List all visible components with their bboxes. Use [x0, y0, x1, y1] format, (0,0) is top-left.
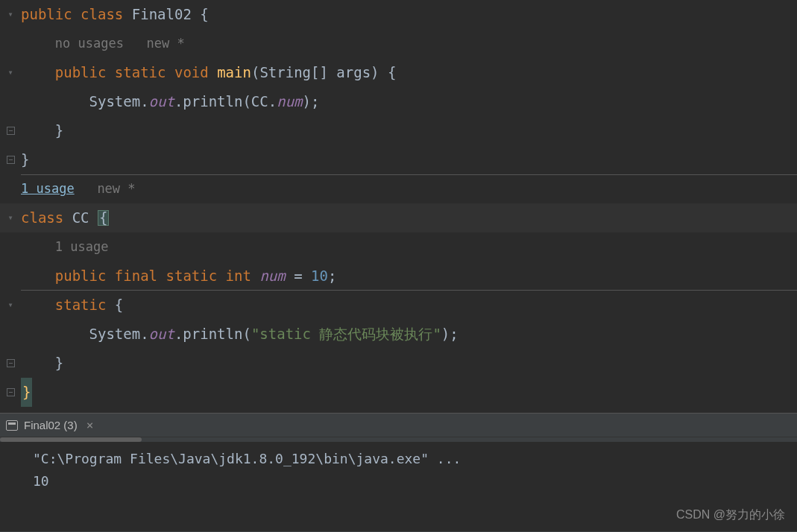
brace: }	[55, 116, 63, 145]
field-ref: out	[149, 320, 174, 349]
code-text: .println(CC.	[174, 87, 277, 116]
code-line[interactable]: ▾ public class Final02 {	[0, 0, 797, 29]
code-line[interactable]: System.out.println("static 静态代码块被执行");	[0, 320, 797, 349]
console-line: "C:\Program Files\Java\jdk1.8.0_192\bin\…	[33, 448, 797, 470]
fold-down-icon[interactable]: ▾	[7, 0, 13, 29]
field-ref: out	[149, 87, 174, 116]
fold-down-icon[interactable]: ▾	[7, 203, 13, 232]
code-line[interactable]: ▾ public static void main(String[] args)…	[0, 58, 797, 87]
field-ref: num	[277, 87, 302, 116]
code-text: System.	[89, 87, 149, 116]
gutter-fold[interactable]: ▾	[0, 58, 21, 87]
keyword: class	[81, 0, 123, 29]
keyword: public	[55, 58, 107, 87]
code-text: ;	[328, 262, 336, 291]
new-hint: new *	[97, 174, 135, 203]
window-icon	[6, 420, 18, 431]
keyword: static	[166, 262, 218, 291]
keyword: final	[115, 262, 157, 291]
code-line-active[interactable]: ▾ class CC {	[0, 203, 797, 232]
method-name: main	[217, 58, 251, 87]
gutter-fold[interactable]: ▾	[0, 0, 21, 29]
usages-hint: 1 usage	[55, 232, 109, 262]
brace-match: }	[21, 378, 32, 407]
gutter-fold[interactable]	[0, 388, 21, 396]
hint-line: 1 usage	[0, 232, 797, 262]
number-literal: 10	[311, 262, 328, 291]
code-text: .println(	[174, 320, 251, 349]
run-tab-label[interactable]: Final02 (3)	[24, 419, 78, 431]
fold-down-icon[interactable]: ▾	[7, 58, 13, 87]
hint-line: no usages new *	[0, 29, 797, 58]
run-tab-bar: Final02 (3) ×	[0, 414, 797, 437]
hint-line: 1 usage new *	[0, 174, 797, 203]
fold-up-icon[interactable]	[7, 359, 15, 367]
gutter-fold[interactable]	[0, 156, 21, 164]
code-text: );	[441, 320, 459, 349]
separator	[21, 174, 797, 175]
code-text: );	[303, 87, 320, 116]
code-line[interactable]: }	[0, 349, 797, 378]
brace: }	[21, 145, 29, 174]
close-icon[interactable]: ×	[86, 418, 94, 432]
code-line[interactable]: }	[0, 378, 797, 407]
fold-up-icon[interactable]	[7, 388, 15, 396]
class-name: CC	[72, 203, 89, 232]
brace: {	[192, 0, 209, 29]
gutter-fold[interactable]: ▾	[0, 203, 21, 232]
keyword: public	[55, 262, 107, 291]
code-line[interactable]: public final static int num = 10;	[0, 262, 797, 291]
keyword: static	[55, 291, 107, 320]
code-editor[interactable]: ▾ public class Final02 { no usages new *…	[0, 0, 797, 413]
fold-up-icon[interactable]	[7, 127, 15, 135]
code-line[interactable]: ▾ static {	[0, 291, 797, 320]
string-literal: "static 静态代码块被执行"	[251, 320, 441, 349]
gutter-fold[interactable]	[0, 127, 21, 135]
fold-up-icon[interactable]	[7, 156, 15, 164]
scroll-track[interactable]	[0, 437, 797, 442]
keyword: void	[174, 58, 209, 87]
keyword: static	[115, 58, 166, 87]
gutter-fold[interactable]	[0, 359, 21, 367]
keyword: public	[21, 0, 72, 29]
brace-cursor: {	[98, 210, 109, 226]
code-text: System.	[89, 320, 149, 349]
new-hint: new *	[147, 29, 185, 58]
code-line[interactable]: System.out.println(CC.num);	[0, 87, 797, 116]
code-text: =	[286, 262, 311, 291]
console-line: 10	[33, 470, 797, 493]
class-name: Final02	[132, 0, 192, 29]
gutter-fold[interactable]: ▾	[0, 291, 21, 320]
usages-link[interactable]: 1 usage	[21, 174, 75, 203]
usages-hint: no usages	[55, 29, 124, 58]
keyword: class	[21, 203, 63, 232]
brace: {	[106, 291, 123, 320]
brace: }	[55, 349, 63, 378]
field-name: num	[259, 262, 285, 291]
code-line[interactable]: }	[0, 116, 797, 145]
keyword: int	[226, 262, 251, 291]
watermark: CSDN @努力的小徐	[676, 507, 785, 523]
params: (String[] args) {	[251, 58, 396, 87]
scroll-thumb[interactable]	[0, 437, 142, 442]
code-line[interactable]: }	[0, 145, 797, 174]
fold-down-icon[interactable]: ▾	[7, 291, 13, 320]
